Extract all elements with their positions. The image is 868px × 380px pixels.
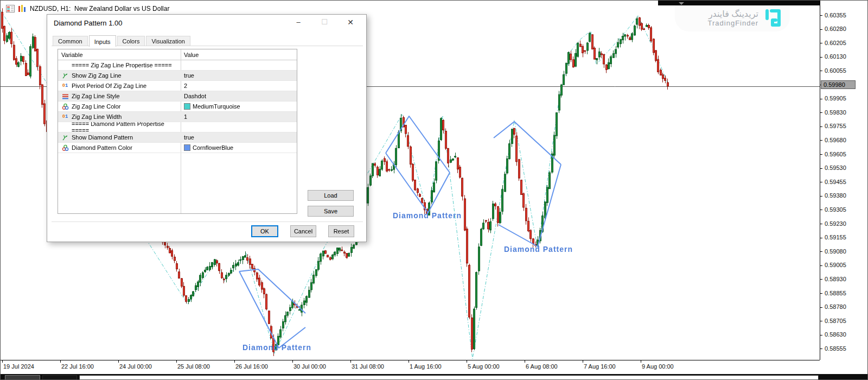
table-row[interactable]: ===== Zig Zag Line Propertise =====	[58, 60, 297, 71]
value-cell[interactable]	[181, 60, 297, 70]
value-cell[interactable]: true	[181, 71, 297, 80]
value-cell[interactable]: true	[181, 132, 297, 142]
table-row[interactable]: Zig Zag Line ColorMediumTurquoise	[58, 102, 297, 112]
time-label: 6 Aug 08:00	[526, 363, 558, 370]
tab-colors[interactable]: Colors	[117, 36, 145, 46]
dialog-titlebar[interactable]: Diamond Pattern 1.00 – ☐ ✕	[47, 15, 366, 31]
price-label: 0.60205	[825, 40, 846, 46]
time-label: 1 Aug 16:00	[410, 363, 442, 370]
none-icon	[61, 124, 69, 131]
time-label: 22 Jul 16:00	[61, 363, 94, 370]
bottom-tab-3[interactable]	[79, 375, 819, 380]
chart-titlebar: NZDUSD, H1: New Zealand Dollar vs US Dol…	[6, 5, 169, 12]
cancel-button[interactable]: Cancel	[290, 225, 316, 237]
indicator-properties-dialog: Diamond Pattern 1.00 – ☐ ✕ CommonInputsC…	[47, 14, 367, 242]
price-label: 0.59005	[825, 262, 846, 268]
price-axis[interactable]: 0.603550.602800.602050.601300.600550.599…	[820, 1, 868, 360]
price-tick	[820, 182, 822, 182]
time-tick	[118, 360, 119, 363]
price-label: 0.59455	[825, 179, 846, 185]
time-tick	[176, 360, 177, 363]
table-row[interactable]: 01Zig Zag Line Width1	[58, 112, 297, 122]
current-price-badge: 0.59980	[821, 80, 856, 89]
time-tick	[409, 360, 409, 363]
bottom-tab-2[interactable]	[42, 375, 77, 380]
time-axis[interactable]: 19 Jul 202422 Jul 16:0024 Jul 00:0025 Ju…	[1, 360, 820, 374]
value-label: true	[184, 72, 194, 79]
price-label: 0.58555	[825, 345, 846, 352]
price-label: 0.59230	[825, 220, 846, 227]
minimize-button[interactable]: –	[290, 15, 307, 30]
tab-common[interactable]: Common	[53, 36, 88, 46]
value-cell[interactable]	[181, 122, 297, 132]
ok-button[interactable]: OK	[251, 225, 278, 237]
table-row[interactable]: Show Diamond Patterntrue	[58, 132, 297, 143]
price-label: 0.58630	[825, 331, 846, 338]
price-tick	[820, 29, 822, 30]
value-cell[interactable]: 2	[181, 81, 297, 91]
price-tick	[820, 279, 822, 280]
close-button[interactable]: ✕	[342, 15, 359, 30]
table-row[interactable]: Diamond Pattern ColorCornflowerBlue	[58, 143, 297, 153]
time-label: 5 Aug 00:00	[468, 363, 500, 370]
price-label: 0.58780	[825, 303, 846, 310]
price-tick	[820, 154, 822, 155]
time-label: 9 Aug 00:00	[642, 363, 674, 370]
color-swatch	[184, 144, 190, 151]
tradingfinder-watermark: تریدینگ فایندر TradingFinder	[675, 5, 790, 31]
value-cell[interactable]: 1	[181, 112, 297, 122]
tab-inputs[interactable]: Inputs	[89, 35, 116, 47]
time-label: 7 Aug 16:00	[584, 363, 616, 370]
color-icon	[61, 103, 69, 110]
table-row[interactable]: 01Pivot Period Of Zig Zag Line2	[58, 81, 297, 91]
reset-button[interactable]: Reset	[328, 225, 354, 237]
save-button[interactable]: Save	[308, 206, 354, 217]
chart-symbol-title: NZDUSD, H1: New Zealand Dollar vs US Dol…	[30, 5, 169, 12]
value-cell[interactable]: CornflowerBlue	[181, 143, 297, 153]
variable-cell: ===== Diamond Pattern Propertise =====	[58, 122, 181, 132]
table-row[interactable]: Show Zig Zag Linetrue	[58, 71, 297, 81]
table-header-row: VariableValue	[58, 49, 297, 60]
time-tick	[234, 360, 235, 363]
price-label: 0.59755	[825, 123, 846, 129]
price-tick	[820, 43, 822, 43]
price-label: 0.59830	[825, 109, 846, 116]
value-cell[interactable]: Dashdot	[181, 91, 297, 101]
price-tick	[820, 307, 822, 308]
time-tick	[350, 360, 351, 363]
load-button[interactable]: Load	[308, 190, 354, 201]
value-label: 1	[184, 113, 187, 120]
time-tick	[2, 360, 3, 363]
table-row[interactable]: Zig Zag Line StyleDashdot	[58, 91, 297, 102]
price-label: 0.59605	[825, 151, 846, 157]
price-tick	[820, 15, 822, 16]
chart-list-icon	[6, 5, 15, 12]
bottom-tab-1[interactable]	[5, 375, 40, 380]
tab-visualization[interactable]: Visualization	[146, 36, 190, 46]
price-tick	[820, 265, 822, 266]
value-cell[interactable]: MediumTurquoise	[181, 102, 297, 111]
variable-label: Pivot Period Of Zig Zag Line	[72, 83, 146, 89]
price-label: 0.60055	[825, 67, 846, 74]
toolbar-collapse-icon[interactable]	[679, 2, 684, 5]
time-tick	[641, 360, 641, 363]
style-icon	[61, 93, 69, 100]
variable-cell: Show Zig Zag Line	[58, 71, 181, 80]
price-label: 0.59155	[825, 234, 846, 240]
price-tick	[820, 196, 822, 197]
table-row[interactable]: ===== Diamond Pattern Propertise =====	[58, 122, 297, 132]
value-label: MediumTurquoise	[193, 103, 240, 110]
variable-label: Zig Zag Line Style	[72, 93, 120, 99]
variable-label: ===== Zig Zag Line Propertise =====	[72, 62, 172, 68]
diamond-pattern-label: Diamond Pattern	[393, 211, 462, 220]
price-tick	[820, 335, 822, 335]
price-tick	[820, 224, 822, 224]
tradingfinder-logo-icon	[764, 8, 783, 28]
price-label: 0.59080	[825, 248, 846, 255]
price-label: 0.60280	[825, 26, 846, 32]
price-tick	[820, 349, 822, 349]
bottom-taskbar-strip	[1, 374, 868, 380]
value-label: Dashdot	[184, 93, 206, 99]
time-label: 30 Jul 00:00	[293, 363, 326, 370]
number-icon: 01	[61, 113, 69, 121]
